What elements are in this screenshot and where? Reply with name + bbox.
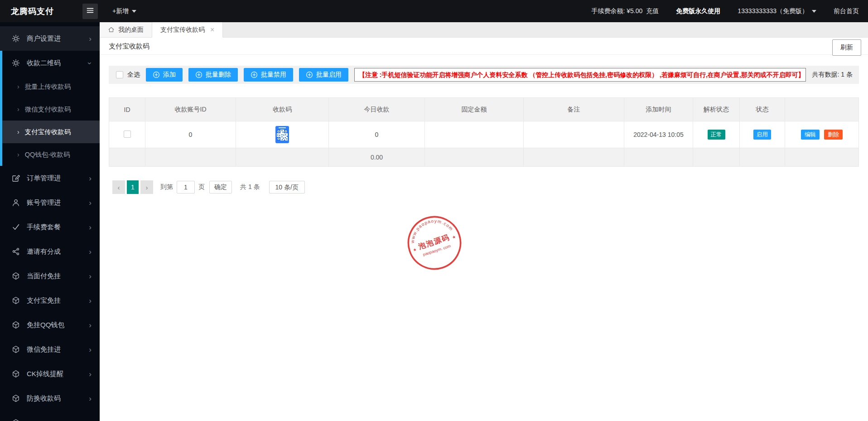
close-icon[interactable]: × bbox=[210, 26, 214, 34]
page-unit-label: 页 bbox=[198, 183, 205, 191]
front-home-link[interactable]: 前台首页 bbox=[834, 7, 859, 15]
sidebar-item[interactable]: 商户设置进› bbox=[0, 26, 100, 51]
caret-down-icon bbox=[812, 10, 816, 13]
account-dropdown[interactable]: 13333333333（免费版） bbox=[738, 7, 816, 15]
cell-note bbox=[524, 121, 624, 148]
collapse-menu-button[interactable] bbox=[82, 4, 98, 19]
column-header: 收款账号ID bbox=[145, 98, 236, 121]
chevron-left-icon: ‹ bbox=[118, 184, 120, 191]
goto-confirm-button[interactable]: 确定 bbox=[209, 181, 232, 194]
sidebar-item[interactable]: 手续费套餐› bbox=[0, 215, 100, 239]
summary-row: 0.00 bbox=[109, 148, 859, 167]
sidebar-item[interactable]: 支付宝免挂› bbox=[0, 288, 100, 313]
sidebar-item[interactable]: 收款二维码› bbox=[0, 51, 100, 75]
delete-button[interactable]: 删除 bbox=[824, 130, 843, 140]
column-header: 添加时间 bbox=[624, 98, 693, 121]
star-icon: ★ bbox=[412, 247, 417, 252]
cube-icon bbox=[12, 345, 20, 353]
sidebar: 商户设置进›收款二维码››批量上传收款码›微信支付收款码›支付宝传收款码›QQ钱… bbox=[0, 22, 100, 421]
current-page[interactable]: 1 bbox=[127, 180, 139, 194]
chevron-right-icon: › bbox=[146, 184, 148, 191]
tab-active[interactable]: 支付宝传收款码× bbox=[152, 22, 223, 38]
notice-banner: 【注意 :手机短信验证功能开启将增强商户个人资料安全系数 （管控上传收款码包括免… bbox=[354, 68, 806, 82]
sidebar-item[interactable]: 当面付免挂› bbox=[0, 264, 100, 288]
circle-plus-icon bbox=[195, 71, 203, 78]
recharge-link[interactable]: 充值 bbox=[646, 7, 659, 15]
stamp-subtitle: paopaoym. com bbox=[422, 244, 451, 257]
column-header: ID bbox=[109, 98, 145, 121]
column-header: 状态 bbox=[740, 98, 785, 121]
sidebar-item[interactable]: › bbox=[0, 411, 100, 421]
page-size-select[interactable]: 10 条/页 bbox=[269, 181, 305, 194]
bulk-action-button[interactable]: 批量删除 bbox=[188, 68, 238, 82]
summary-today-total: 0.00 bbox=[329, 148, 425, 167]
stamp-arc-text: www.paopaoym.com bbox=[405, 213, 455, 246]
chevron-right-icon: › bbox=[89, 199, 92, 207]
chevron-right-icon: › bbox=[89, 35, 92, 43]
edit-button[interactable]: 编辑 bbox=[801, 130, 820, 140]
chevron-right-icon: › bbox=[17, 106, 19, 113]
row-checkbox[interactable] bbox=[124, 131, 131, 138]
bulk-action-button[interactable]: 添加 bbox=[146, 68, 183, 82]
sidebar-subitem[interactable]: ›支付宝传收款码 bbox=[0, 121, 100, 143]
sidebar-item[interactable]: 微信免挂进› bbox=[0, 337, 100, 362]
circle-plus-icon bbox=[306, 71, 313, 78]
parse-status-badge: 正常 bbox=[708, 130, 725, 140]
pagination: ‹ 1 › 到第 页 确定 共 1 条 10 条/页 bbox=[109, 180, 859, 194]
goto-page-input[interactable] bbox=[177, 181, 195, 194]
select-all-label: 全选 bbox=[127, 71, 140, 79]
stamp-title: 泡泡源码 bbox=[417, 233, 451, 251]
chevron-down-icon: › bbox=[87, 62, 94, 64]
goto-label: 到第 bbox=[160, 183, 173, 191]
bulk-action-button[interactable]: 批量禁用 bbox=[244, 68, 293, 82]
caret-down-icon bbox=[132, 10, 136, 13]
chevron-right-icon: › bbox=[17, 151, 19, 158]
qr-code-thumbnail[interactable] bbox=[275, 126, 289, 143]
refresh-button[interactable]: 刷新 bbox=[832, 39, 861, 56]
page-title: 支付宝收款码 bbox=[109, 42, 149, 50]
tab-desktop[interactable]: 我的桌面 bbox=[100, 22, 152, 37]
cube-icon bbox=[12, 394, 20, 402]
gear-icon bbox=[12, 34, 20, 43]
next-page-button[interactable]: › bbox=[140, 180, 153, 194]
new-dropdown[interactable]: +新增 bbox=[112, 7, 136, 15]
prev-page-button[interactable]: ‹ bbox=[112, 180, 125, 194]
app-logo: 龙腾码支付 bbox=[0, 6, 72, 17]
circle-plus-icon bbox=[251, 71, 258, 78]
sidebar-item[interactable]: 邀请有分成› bbox=[0, 239, 100, 264]
main-area: 我的桌面支付宝传收款码× 支付宝收款码 刷新 全选 添加批量删除批量禁用批量启用… bbox=[100, 22, 868, 421]
bulk-action-button[interactable]: 批量启用 bbox=[299, 68, 348, 82]
cube-icon bbox=[12, 419, 20, 421]
content-area: 全选 添加批量删除批量禁用批量启用 【注意 :手机短信验证功能开启将增强商户个人… bbox=[100, 55, 868, 194]
star-icon: ★ bbox=[452, 234, 457, 240]
active-group-stripe bbox=[0, 51, 2, 166]
edit-icon bbox=[12, 174, 20, 182]
column-header: 解析状态 bbox=[693, 98, 740, 121]
hamburger-icon bbox=[86, 6, 94, 16]
chevron-right-icon: › bbox=[89, 297, 92, 305]
sidebar-item[interactable]: 订单管理进› bbox=[0, 166, 100, 190]
panel-header: 支付宝收款码 刷新 bbox=[100, 38, 868, 55]
chevron-right-icon: › bbox=[17, 128, 19, 135]
sidebar-subitem[interactable]: ›QQ钱包-收款码 bbox=[0, 143, 100, 166]
sidebar-item[interactable]: CK掉线提醒› bbox=[0, 362, 100, 386]
status-badge[interactable]: 启用 bbox=[753, 130, 771, 140]
svg-text:www.paopaoym.com: www.paopaoym.com bbox=[405, 213, 455, 246]
sidebar-subitem[interactable]: ›微信支付收款码 bbox=[0, 98, 100, 121]
select-all-checkbox[interactable] bbox=[116, 71, 123, 78]
sidebar-nav: 商户设置进›收款二维码››批量上传收款码›微信支付收款码›支付宝传收款码›QQ钱… bbox=[0, 26, 100, 421]
share-icon bbox=[12, 247, 20, 256]
plan-label: 免费版永久使用 bbox=[676, 7, 720, 15]
sidebar-item[interactable]: 防换收款码› bbox=[0, 386, 100, 411]
watermark-stamp: www.paopaoym.com 泡泡源码 paopaoym. com ★ ★ bbox=[399, 208, 470, 278]
sidebar-item[interactable]: 账号管理进› bbox=[0, 190, 100, 215]
sidebar-group-expanded: 收款二维码››批量上传收款码›微信支付收款码›支付宝传收款码›QQ钱包-收款码 bbox=[0, 51, 100, 166]
sidebar-item[interactable]: 免挂QQ钱包› bbox=[0, 313, 100, 337]
circle-plus-icon bbox=[153, 71, 160, 78]
sidebar-subitem[interactable]: ›批量上传收款码 bbox=[0, 75, 100, 98]
chevron-right-icon: › bbox=[89, 346, 92, 353]
user-icon bbox=[12, 198, 20, 207]
tab-bar: 我的桌面支付宝传收款码× bbox=[100, 22, 868, 38]
chevron-right-icon: › bbox=[89, 321, 92, 329]
check-icon bbox=[12, 223, 20, 231]
